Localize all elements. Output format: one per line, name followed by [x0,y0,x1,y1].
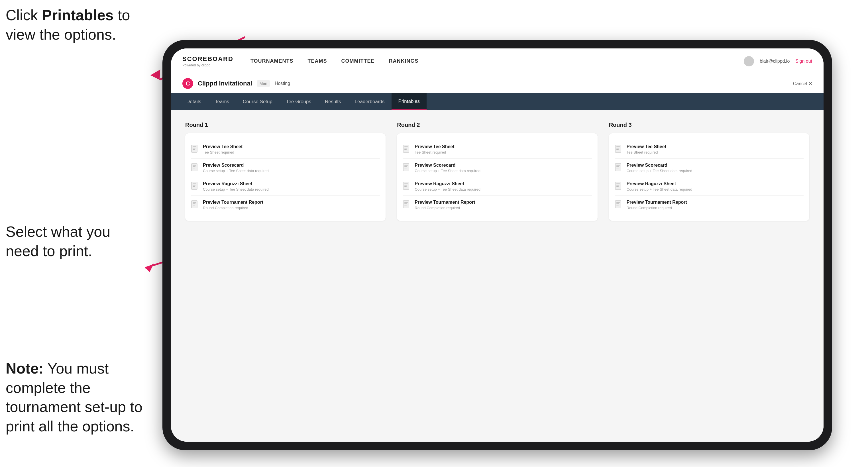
round-2-raguzzi-text: Preview Raguzzi Sheet Course setup + Tee… [414,181,480,191]
document-icon [403,145,411,154]
svg-rect-41 [616,165,620,165]
annotation-middle: Select what you need to print. [6,222,143,261]
subnav-tee-groups[interactable]: Tee Groups [279,93,318,110]
tablet-screen: SCOREBOARD Powered by clippd TOURNAMENTS… [171,49,824,442]
svg-marker-3 [145,263,154,272]
round-1-raguzzi[interactable]: Preview Raguzzi Sheet Course setup + Tee… [191,177,380,196]
round-1-title: Round 1 [185,122,385,128]
svg-rect-37 [616,147,620,147]
document-icon [615,163,623,173]
round-3-raguzzi-title: Preview Raguzzi Sheet [627,181,692,186]
nav-committee[interactable]: COMMITTEE [341,58,375,64]
subnav-printables[interactable]: Printables [392,93,427,110]
round-1-tee-sheet[interactable]: Preview Tee Sheet Tee Sheet required [191,140,380,159]
top-nav-right: blair@clippd.io Sign out [744,56,812,66]
nav-tournaments[interactable]: TOURNAMENTS [250,58,293,64]
document-icon [191,163,199,173]
round-1-tee-sheet-text: Preview Tee Sheet Tee Sheet required [203,144,243,154]
round-1-report-title: Preview Tournament Report [203,200,263,205]
svg-rect-17 [193,202,196,203]
cancel-button[interactable]: Cancel ✕ [793,81,812,86]
document-icon [191,182,199,191]
sign-out-link[interactable]: Sign out [795,59,812,64]
round-3-tournament-report[interactable]: Preview Tournament Report Round Completi… [615,196,804,214]
round-3-tee-sheet-title: Preview Tee Sheet [627,144,666,149]
round-2-tournament-report[interactable]: Preview Tournament Report Round Completi… [403,196,592,214]
round-2-scorecard-title: Preview Scorecard [414,163,480,168]
svg-rect-10 [193,166,195,167]
svg-rect-5 [193,147,196,147]
round-3-scorecard-text: Preview Scorecard Course setup + Tee She… [627,163,692,173]
scoreboard-logo: SCOREBOARD Powered by clippd [182,55,234,67]
svg-rect-6 [193,148,195,149]
round-2-report-text: Preview Tournament Report Round Completi… [414,200,475,210]
subnav-results[interactable]: Results [318,93,348,110]
svg-rect-48 [615,200,621,208]
round-3-raguzzi-subtitle: Course setup + Tee Sheet data required [627,187,692,191]
round-1-card: Preview Tee Sheet Tee Sheet required [185,133,385,221]
round-1-section: Round 1 Preview Tee Sheet Tee S [185,122,385,221]
round-2-report-subtitle: Round Completion required [414,206,475,210]
subnav-leaderboards[interactable]: Leaderboards [348,93,392,110]
svg-rect-33 [404,202,408,203]
round-3-tee-sheet-subtitle: Tee Sheet required [627,150,666,154]
round-2-tee-sheet[interactable]: Preview Tee Sheet Tee Sheet required [403,140,592,159]
svg-rect-49 [616,202,620,203]
svg-rect-24 [403,163,409,171]
round-3-section: Round 3 Preview Tee Sheet Tee S [609,122,809,221]
round-2-scorecard[interactable]: Preview Scorecard Course setup + Tee She… [403,159,592,177]
round-3-tee-sheet[interactable]: Preview Tee Sheet Tee Sheet required [615,140,804,159]
round-3-raguzzi[interactable]: Preview Raguzzi Sheet Course setup + Tee… [615,177,804,196]
round-2-tee-sheet-title: Preview Tee Sheet [414,144,454,149]
nav-teams[interactable]: TEAMS [308,58,327,64]
tournament-logo: C [182,78,193,89]
round-3-scorecard-title: Preview Scorecard [627,163,692,168]
subnav-teams[interactable]: Teams [208,93,236,110]
user-email: blair@clippd.io [760,59,789,64]
round-1-scorecard[interactable]: Preview Scorecard Course setup + Tee She… [191,159,380,177]
svg-rect-32 [403,200,409,208]
svg-rect-29 [404,184,408,184]
subnav-details[interactable]: Details [180,93,208,110]
round-2-tee-sheet-subtitle: Tee Sheet required [414,150,454,154]
user-avatar [744,56,754,66]
svg-rect-27 [404,168,407,168]
sub-nav: Details Teams Course Setup Tee Groups Re… [171,93,824,110]
round-1-tournament-report[interactable]: Preview Tournament Report Round Completi… [191,196,380,214]
main-content: Round 1 Preview Tee Sheet Tee S [171,110,824,442]
round-2-title: Round 2 [397,122,597,128]
svg-rect-38 [616,148,619,149]
round-3-scorecard[interactable]: Preview Scorecard Course setup + Tee She… [615,159,804,177]
annotation-bold-note: Note: [6,360,43,377]
svg-rect-50 [616,204,619,204]
document-icon [615,182,623,191]
round-2-raguzzi[interactable]: Preview Raguzzi Sheet Course setup + Tee… [403,177,592,196]
svg-rect-25 [404,165,408,165]
top-nav-links: TOURNAMENTS TEAMS COMMITTEE RANKINGS [250,58,744,64]
document-icon [403,163,411,173]
svg-rect-22 [404,148,407,149]
svg-rect-34 [404,204,407,204]
svg-rect-4 [191,145,197,152]
svg-rect-45 [616,184,620,184]
round-2-scorecard-subtitle: Course setup + Tee Sheet data required [414,169,480,173]
svg-rect-35 [404,205,407,206]
round-1-scorecard-subtitle: Course setup + Tee Sheet data required [203,169,269,173]
round-3-card: Preview Tee Sheet Tee Sheet required [609,133,809,221]
svg-rect-46 [616,185,619,186]
round-2-raguzzi-title: Preview Raguzzi Sheet [414,181,480,186]
tournament-badge: Men [257,80,270,87]
round-1-tee-sheet-subtitle: Tee Sheet required [203,150,243,154]
round-3-scorecard-subtitle: Course setup + Tee Sheet data required [627,169,692,173]
svg-rect-15 [193,186,195,187]
top-nav: SCOREBOARD Powered by clippd TOURNAMENTS… [171,49,824,74]
svg-rect-11 [193,168,195,168]
round-3-title: Round 3 [609,122,809,128]
nav-rankings[interactable]: RANKINGS [389,58,418,64]
document-icon [403,200,411,210]
round-2-raguzzi-subtitle: Course setup + Tee Sheet data required [414,187,480,191]
document-icon [191,200,199,210]
annotation-top: Click Printables to view the options. [6,6,143,44]
subnav-course-setup[interactable]: Course Setup [236,93,279,110]
tournament-status: Hosting [275,81,290,86]
